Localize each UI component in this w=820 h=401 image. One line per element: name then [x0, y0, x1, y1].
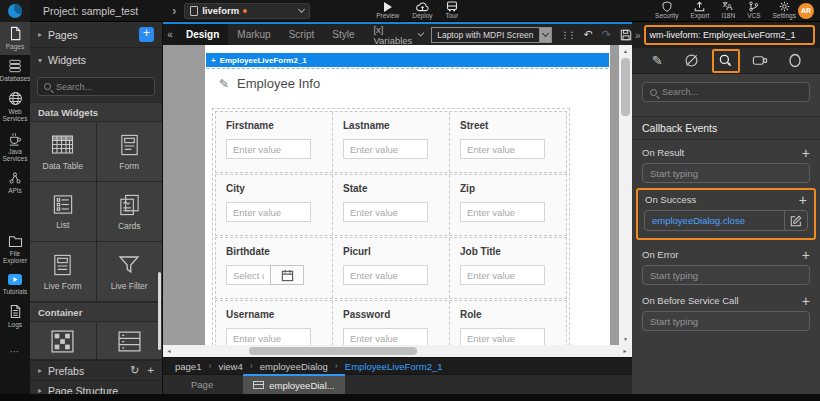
form-field-state[interactable]: State: [333, 175, 450, 235]
add-on-result-action[interactable]: +: [802, 148, 810, 158]
user-avatar[interactable]: AR: [798, 3, 814, 19]
breadcrumb-employeeliveform[interactable]: EmployeeLiveForm2_1: [345, 361, 443, 372]
form-field-firstname[interactable]: Firstname: [216, 112, 333, 172]
on-result-input[interactable]: [642, 163, 810, 183]
username-input[interactable]: [226, 328, 311, 345]
more-options-icon[interactable]: ⋮⋮: [561, 30, 575, 40]
picurl-input[interactable]: [343, 265, 428, 285]
rail-item-pages[interactable]: Pages: [0, 22, 30, 55]
add-page-button[interactable]: +: [139, 27, 154, 42]
widget-tile-live-form[interactable]: Live Form: [30, 242, 96, 301]
device-selector[interactable]: Laptop with MDPI Screen: [431, 27, 551, 43]
design-canvas[interactable]: + EmployeeLiveForm2_1 ✎ Employee Info Fi…: [163, 45, 632, 345]
form-field-picurl[interactable]: Picurl: [333, 238, 450, 298]
widget-search[interactable]: [37, 77, 155, 96]
form-field-city[interactable]: City: [216, 175, 333, 235]
widget-tile-form[interactable]: Form: [97, 122, 163, 181]
pages-accordion[interactable]: ▸ Pages +: [30, 22, 162, 48]
tab-mobile[interactable]: [746, 49, 774, 73]
rail-item-databases[interactable]: Databases: [0, 55, 30, 87]
expand-panel-icon[interactable]: »: [635, 30, 641, 41]
tab-shape[interactable]: [781, 49, 809, 73]
form-field-job-title[interactable]: Job Title: [450, 238, 566, 298]
city-input[interactable]: [226, 202, 311, 222]
on-error-input[interactable]: [642, 265, 810, 285]
rail-item-file-explorer[interactable]: File Explorer: [0, 231, 30, 269]
widget-tile-live-filter[interactable]: Live Filter: [97, 242, 163, 301]
settings-button[interactable]: Settings: [773, 1, 797, 20]
widget-tile-cards[interactable]: Cards: [97, 182, 163, 241]
widget-tile-list[interactable]: List: [30, 182, 96, 241]
undo-icon[interactable]: ↶: [584, 28, 593, 41]
deploy-button[interactable]: Deploy: [412, 1, 432, 20]
vcs-button[interactable]: VCS: [747, 1, 760, 20]
bottom-tab-page[interactable]: Page: [177, 374, 227, 394]
export-button[interactable]: Export: [691, 1, 710, 20]
properties-search[interactable]: [642, 82, 810, 102]
add-prefab-icon[interactable]: +: [148, 364, 154, 377]
password-input[interactable]: [343, 328, 428, 345]
form-title[interactable]: ✎ Employee Info: [219, 76, 320, 91]
birthdate-input[interactable]: [226, 265, 270, 285]
app-logo[interactable]: [0, 0, 30, 22]
page-selector[interactable]: liveform: [184, 3, 310, 19]
job-title-input[interactable]: [460, 265, 545, 285]
tab-design[interactable]: Design: [177, 24, 228, 45]
firstname-input[interactable]: [226, 139, 311, 159]
breadcrumb-view4[interactable]: view4: [218, 361, 242, 372]
vertical-scroll-thumb[interactable]: [621, 58, 630, 116]
lastname-input[interactable]: [343, 139, 428, 159]
collapse-left-panel-button[interactable]: «: [163, 24, 177, 45]
widget-tile-panel[interactable]: [97, 322, 163, 359]
rail-item-java-services[interactable]: Java Services: [0, 128, 30, 167]
rail-item-web-services[interactable]: Web Services: [0, 87, 30, 127]
tab-style[interactable]: Style: [323, 24, 363, 45]
preview-button[interactable]: Preview: [376, 1, 399, 20]
breadcrumb-page1[interactable]: page1: [175, 361, 201, 372]
properties-search-input[interactable]: [662, 87, 802, 97]
left-panel-scrollbar[interactable]: [158, 272, 161, 350]
tab-script[interactable]: Script: [280, 24, 324, 45]
form-field-password[interactable]: Password: [333, 301, 450, 345]
canvas-page[interactable]: + EmployeeLiveForm2_1 ✎ Employee Info Fi…: [205, 45, 610, 345]
canvas-horizontal-scrollbar[interactable]: ◄ ►: [163, 345, 632, 357]
scroll-right-arrow[interactable]: ►: [619, 348, 631, 354]
bottom-tab-employeedialog[interactable]: employeeDial...: [243, 374, 344, 394]
form-field-street[interactable]: Street: [450, 112, 566, 172]
horizontal-scroll-thumb[interactable]: [249, 347, 417, 355]
add-on-before-service-call-action[interactable]: +: [802, 296, 810, 306]
rail-more-icon[interactable]: ⋯: [0, 346, 30, 357]
widget-search-input[interactable]: [56, 82, 148, 92]
rail-item-apis[interactable]: APIs: [0, 167, 30, 199]
calendar-button[interactable]: [270, 265, 304, 285]
rail-item-tutorials[interactable]: Tutorials: [0, 269, 30, 300]
refresh-icon[interactable]: ↻: [130, 364, 139, 377]
breadcrumb-employeedialog[interactable]: employeeDialog: [260, 361, 328, 372]
form-field-role[interactable]: Role: [450, 301, 566, 345]
widget-tile-grid-layout[interactable]: [30, 322, 96, 359]
form-field-username[interactable]: Username: [216, 301, 333, 345]
role-input[interactable]: [460, 328, 545, 345]
selected-widget-header[interactable]: + EmployeeLiveForm2_1: [206, 53, 609, 67]
scroll-left-arrow[interactable]: ◄: [163, 348, 175, 354]
form-field-lastname[interactable]: Lastname: [333, 112, 450, 172]
zip-input[interactable]: [460, 202, 545, 222]
add-on-error-action[interactable]: +: [802, 250, 810, 260]
add-on-success-action[interactable]: +: [799, 195, 807, 205]
tab-styles[interactable]: [678, 49, 706, 73]
scroll-up-arrow[interactable]: ▲: [619, 45, 632, 57]
tab-properties[interactable]: ✎: [643, 49, 671, 73]
rail-item-logs[interactable]: Logs: [0, 300, 30, 333]
redo-icon[interactable]: ↷: [602, 28, 611, 41]
scroll-down-arrow[interactable]: ▼: [619, 333, 632, 345]
on-before-service-call-input[interactable]: [642, 311, 810, 331]
widget-tile-data-table[interactable]: Data Table: [30, 122, 96, 181]
canvas-vertical-scrollbar[interactable]: ▲ ▼: [619, 45, 632, 345]
edit-action-button[interactable]: [784, 211, 807, 230]
widgets-accordion[interactable]: ▾ Widgets: [30, 48, 162, 72]
state-input[interactable]: [343, 202, 428, 222]
tab-events[interactable]: [712, 49, 740, 73]
street-input[interactable]: [460, 139, 545, 159]
variables-button[interactable]: [x] Variables: [373, 24, 423, 46]
tour-button[interactable]: Tour: [446, 1, 459, 20]
